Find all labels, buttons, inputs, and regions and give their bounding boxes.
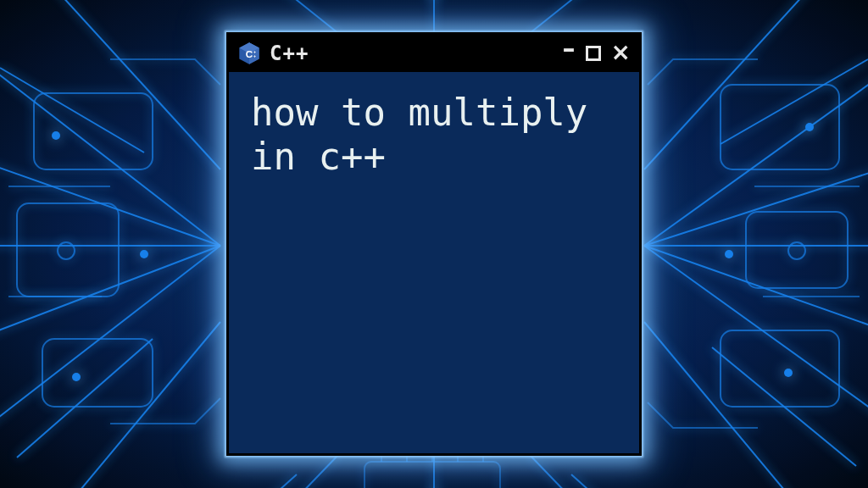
minimize-button[interactable]: – (563, 36, 576, 61)
terminal-window: C + + C++ – × how to multiply in c++ (226, 32, 642, 456)
svg-point-14 (784, 369, 793, 377)
svg-point-9 (52, 131, 60, 140)
window-controls: – × (563, 41, 631, 66)
window-title: C++ (270, 42, 554, 65)
svg-point-13 (725, 250, 733, 258)
svg-point-12 (805, 123, 814, 131)
svg-point-10 (140, 250, 148, 258)
close-button[interactable]: × (611, 41, 631, 64)
svg-text:C: C (246, 48, 253, 59)
svg-text:+: + (253, 53, 256, 58)
svg-point-11 (72, 373, 81, 381)
maximize-button[interactable] (586, 46, 601, 61)
terminal-body: how to multiply in c++ (229, 72, 639, 453)
titlebar[interactable]: C + + C++ – × (229, 35, 639, 72)
body-text: how to multiply in c++ (251, 91, 587, 178)
cpp-logo-icon: C + + (237, 42, 261, 65)
